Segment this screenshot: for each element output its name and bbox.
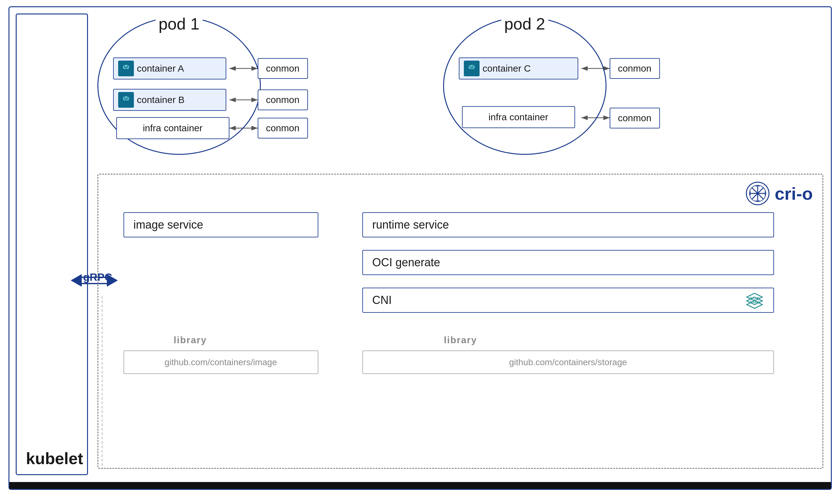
runtime-service-text: runtime service	[372, 218, 449, 231]
pod-2-label: pod 2	[501, 15, 548, 33]
runtime-service-box: runtime service	[362, 212, 774, 237]
oci-generate-box: OCI generate	[362, 250, 774, 275]
crio-icon	[745, 181, 770, 206]
cni-text: CNI	[372, 294, 392, 307]
image-library-box: github.com/containers/image	[123, 350, 318, 374]
crio-logo: cri-o	[745, 181, 813, 206]
image-service-box: image service	[123, 212, 318, 237]
pod2-conmon-c: conmon	[610, 58, 660, 79]
image-library-label: library	[174, 335, 207, 345]
kubelet-label: kubelet	[26, 449, 83, 468]
pod1-conmon-a: conmon	[258, 58, 308, 79]
pod-1-label: pod 1	[155, 15, 203, 33]
image-library-url: github.com/containers/image	[165, 357, 277, 367]
container-a-icon	[118, 60, 134, 76]
oci-generate-text: OCI generate	[372, 256, 440, 269]
pod2-conmon-c-text: conmon	[618, 63, 651, 74]
svg-point-15	[125, 65, 127, 67]
container-b-box: container B	[113, 89, 226, 111]
pod1-infra-text: infra container	[143, 123, 203, 133]
pod1-conmon-infra: conmon	[258, 118, 308, 139]
storage-library-box: github.com/containers/storage	[362, 350, 774, 374]
cni-box: CNI	[362, 288, 774, 313]
pod1-conmon-infra-text: conmon	[266, 123, 299, 133]
grpc-label: gRPC	[83, 271, 112, 283]
pod-2-circle: pod 2	[443, 17, 607, 155]
svg-point-23	[471, 65, 473, 67]
bottom-bar	[10, 482, 831, 489]
pod1-infra-box: infra container	[116, 117, 229, 139]
pod2-infra-text: infra container	[488, 112, 548, 123]
container-c-box: container C	[459, 57, 578, 79]
image-service-text: image service	[134, 218, 203, 231]
pod1-conmon-b: conmon	[258, 90, 308, 110]
storage-library-url: github.com/containers/storage	[509, 357, 627, 367]
container-b-icon	[118, 92, 134, 108]
pod2-infra-box: infra container	[462, 106, 575, 128]
crio-box: cri-o image service runtime service OCI …	[98, 174, 823, 469]
pod2-conmon-infra-text: conmon	[618, 113, 651, 123]
storage-library-label: library	[444, 335, 477, 345]
pod1-conmon-a-text: conmon	[266, 63, 299, 74]
container-a-box: container A	[113, 57, 226, 79]
pod1-conmon-b-text: conmon	[266, 94, 299, 105]
svg-point-19	[125, 96, 127, 98]
container-b-text: container B	[137, 94, 185, 105]
container-a-text: container A	[137, 63, 184, 74]
kubelet-box: kubelet	[16, 14, 88, 475]
container-c-text: container C	[483, 63, 531, 74]
main-canvas: kubelet gRPC pod 1 container A	[8, 6, 832, 490]
pod2-conmon-infra: conmon	[610, 108, 660, 128]
crio-name-text: cri-o	[775, 183, 813, 204]
cni-icon	[745, 292, 764, 309]
container-c-icon	[464, 60, 479, 76]
